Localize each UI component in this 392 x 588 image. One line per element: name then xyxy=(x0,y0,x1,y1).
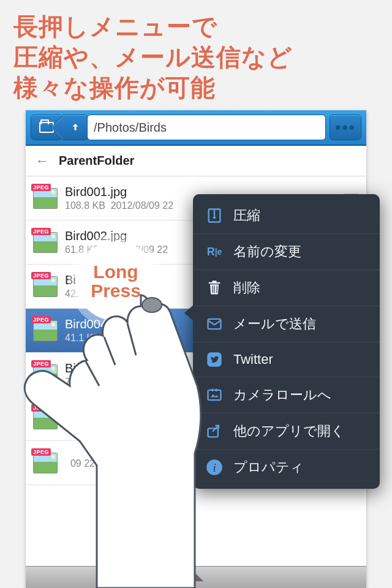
path-input[interactable]: /Photos/Birds xyxy=(87,115,326,140)
menu-label: 圧縮 xyxy=(233,206,260,225)
menu-label: プロパティ xyxy=(233,458,304,477)
jpeg-thumb-icon: JPEG xyxy=(33,232,58,253)
path-up-button[interactable] xyxy=(62,115,88,140)
jpeg-thumb-icon: JPEG xyxy=(33,364,58,385)
menu-label: カメラロールへ xyxy=(233,386,331,404)
open-in-icon xyxy=(205,423,224,440)
up-arrow-icon xyxy=(70,122,81,133)
jpeg-badge: JPEG xyxy=(31,184,51,191)
jpeg-thumb-icon: JPEG xyxy=(33,188,58,209)
footer-bar[interactable] xyxy=(26,566,366,588)
camera-roll-icon xyxy=(205,386,224,404)
jpeg-thumb-icon: JPEG xyxy=(33,320,58,341)
parent-folder-label: ParentFolder xyxy=(59,154,134,168)
svg-rect-4 xyxy=(208,428,218,437)
menu-rename[interactable]: R|e名前の変更 xyxy=(193,233,380,270)
jpeg-thumb-icon: JPEG xyxy=(33,453,58,473)
path-box: /Photos/Birds xyxy=(66,115,326,140)
menu-label: Twitter xyxy=(233,352,273,368)
info-icon: i xyxy=(205,459,224,476)
jpeg-badge: JPEG xyxy=(31,360,51,368)
mail-icon xyxy=(205,315,224,333)
back-arrow-icon: ← xyxy=(36,153,49,169)
jpeg-thumb-icon: JPEG xyxy=(33,276,58,297)
longpress-callout: Long Press xyxy=(76,241,156,321)
rename-icon: R|e xyxy=(205,243,224,260)
dots-icon: ••• xyxy=(335,118,355,137)
more-button[interactable]: ••• xyxy=(330,115,361,140)
toolbar: /Photos/Birds ••• xyxy=(26,110,366,146)
callout-l1: Long xyxy=(93,262,138,282)
menu-label: メールで送信 xyxy=(233,315,316,333)
menu-delete[interactable]: 削除 xyxy=(193,270,380,306)
headline-l2: 圧縮や、メール送信など xyxy=(13,43,293,70)
jpeg-badge: JPEG xyxy=(31,228,51,235)
menu-twitter[interactable]: Twitter xyxy=(193,342,380,377)
context-menu: 圧縮 R|e名前の変更 削除 メールで送信 Twitter カメラロールへ 他の… xyxy=(193,194,380,489)
svg-rect-3 xyxy=(208,390,221,400)
menu-cameraroll[interactable]: カメラロールへ xyxy=(193,377,380,413)
menu-properties[interactable]: iプロパティ xyxy=(193,449,380,485)
twitter-icon xyxy=(205,351,224,368)
svg-text:i: i xyxy=(213,461,216,474)
menu-label: 削除 xyxy=(233,279,260,297)
menu-openin[interactable]: 他のアプリで開く xyxy=(193,413,380,449)
trash-icon xyxy=(205,279,224,296)
promo-headline: 長押しメニューで 圧縮や、メール送信など 様々な操作が可能 xyxy=(13,11,293,103)
menu-label: 名前の変更 xyxy=(233,243,301,261)
jpeg-badge: JPEG xyxy=(31,316,51,323)
jpeg-thumb-icon: JPEG xyxy=(33,409,58,429)
jpeg-badge: JPEG xyxy=(31,448,51,456)
parent-folder-row[interactable]: ← ParentFolder xyxy=(26,146,366,176)
callout-l2: Press xyxy=(91,281,141,301)
jpeg-badge: JPEG xyxy=(31,404,51,412)
expand-up-icon xyxy=(189,574,203,581)
headline-l1: 長押しメニューで xyxy=(13,13,217,40)
compress-icon xyxy=(205,207,224,224)
menu-mail[interactable]: メールで送信 xyxy=(193,306,380,342)
jpeg-badge: JPEG xyxy=(31,272,51,279)
menu-label: 他のアプリで開く xyxy=(233,422,345,440)
menu-compress[interactable]: 圧縮 xyxy=(193,198,380,233)
headline-l3: 様々な操作が可能 xyxy=(13,74,216,101)
